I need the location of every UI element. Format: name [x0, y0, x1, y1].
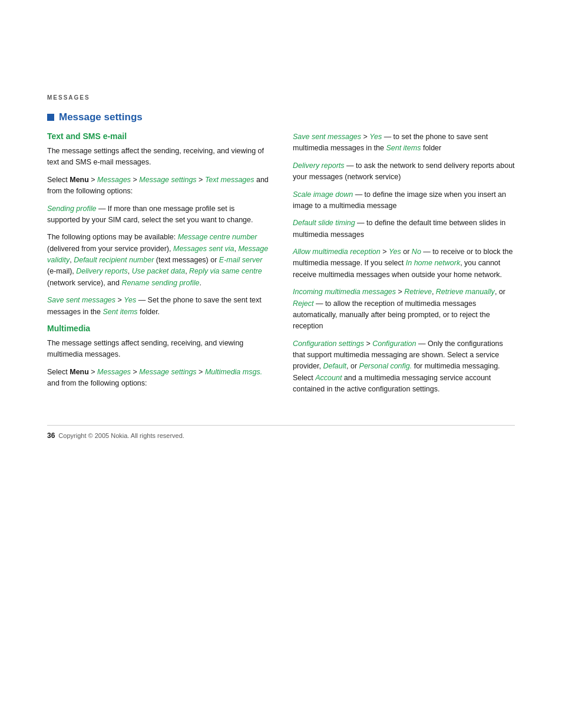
- paragraph-right-4: Default slide timing — to define the def…: [293, 218, 515, 241]
- two-column-layout: Text and SMS e‑mail The message settings…: [47, 131, 515, 401]
- page: Messages Message settings Text and SMS e…: [0, 0, 562, 728]
- paragraph-text-sms-1: The message settings affect the sending,…: [47, 146, 269, 169]
- right-column: Save sent messages > Yes — to set the ph…: [293, 131, 515, 401]
- paragraph-right-incoming-multimedia: Incoming multimedia messages > Retrieve,…: [293, 286, 515, 332]
- section-title: Message settings: [59, 111, 143, 123]
- paragraph-text-sms-3: Sending profile — If more than one messa…: [47, 203, 269, 226]
- paragraph-text-sms-2: Select Menu > Messages > Message setting…: [47, 174, 269, 197]
- copyright-text: Copyright © 2005 Nokia. All rights reser…: [58, 432, 184, 439]
- blue-square-icon: [47, 114, 54, 121]
- paragraph-text-sms-4: The following options may be available: …: [47, 232, 269, 289]
- paragraph-text-sms-5: Save sent messages > Yes — Set the phone…: [47, 295, 269, 318]
- paragraph-right-2: Delivery reports — to ask the network to…: [293, 160, 515, 183]
- paragraph-multimedia-2: Select Menu > Messages > Message setting…: [47, 367, 269, 390]
- paragraph-multimedia-1: The message settings affect sending, rec…: [47, 338, 269, 361]
- left-column: Text and SMS e‑mail The message settings…: [47, 131, 269, 401]
- page-number: 36: [47, 431, 55, 440]
- subsection-title-multimedia: Multimedia: [47, 324, 269, 333]
- paragraph-right-configuration: Configuration settings > Configuration —…: [293, 338, 515, 396]
- paragraph-right-allow-multimedia: Allow multimedia reception > Yes or No —…: [293, 246, 515, 281]
- section-label: Messages: [47, 94, 515, 101]
- paragraph-right-1: Save sent messages > Yes — to set the ph…: [293, 131, 515, 154]
- subsection-title-text-sms: Text and SMS e‑mail: [47, 131, 269, 141]
- footer: 36 Copyright © 2005 Nokia. All rights re…: [47, 425, 515, 440]
- section-header: Message settings: [47, 111, 515, 123]
- paragraph-right-3: Scale image down — to define the image s…: [293, 189, 515, 212]
